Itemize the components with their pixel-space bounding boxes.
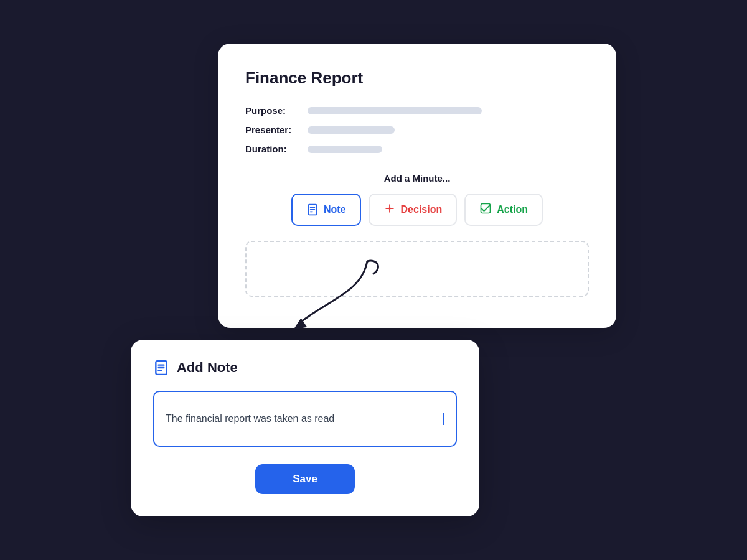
svg-point-6 [389, 208, 390, 209]
note-card-header: Add Note [153, 360, 457, 376]
note-button[interactable]: Note [291, 194, 361, 226]
note-input-text: The financial report was taken as read [166, 413, 442, 424]
presenter-bar [308, 126, 395, 134]
text-cursor [443, 413, 444, 425]
presenter-label: Presenter: [245, 124, 308, 135]
add-note-card: Add Note The financial report was taken … [131, 340, 479, 516]
finance-report-card: Finance Report Purpose: Presenter: Durat… [218, 44, 616, 328]
note-card-title: Add Note [177, 360, 238, 376]
decision-button[interactable]: Decision [369, 194, 458, 226]
svg-rect-7 [481, 204, 491, 213]
note-card-icon [153, 360, 169, 376]
content-drop-area [245, 241, 589, 297]
add-minute-section: Add a Minute... Note [245, 173, 589, 297]
decision-icon [383, 202, 396, 217]
finance-card-title: Finance Report [245, 68, 589, 88]
purpose-bar [308, 107, 482, 114]
save-button[interactable]: Save [255, 464, 355, 494]
action-button[interactable]: Action [464, 194, 543, 226]
purpose-field: Purpose: [245, 105, 589, 116]
duration-label: Duration: [245, 144, 308, 154]
add-minute-label: Add a Minute... [245, 173, 589, 184]
duration-bar [308, 146, 382, 153]
duration-field: Duration: [245, 144, 589, 154]
note-icon [306, 203, 319, 216]
minute-buttons-group: Note Decision [245, 194, 589, 226]
decision-button-label: Decision [401, 204, 443, 215]
presenter-field: Presenter: [245, 124, 589, 135]
purpose-label: Purpose: [245, 105, 308, 116]
note-button-label: Note [324, 204, 346, 215]
note-input-area[interactable]: The financial report was taken as read [153, 391, 457, 447]
action-icon [479, 202, 492, 217]
action-button-label: Action [497, 204, 528, 215]
